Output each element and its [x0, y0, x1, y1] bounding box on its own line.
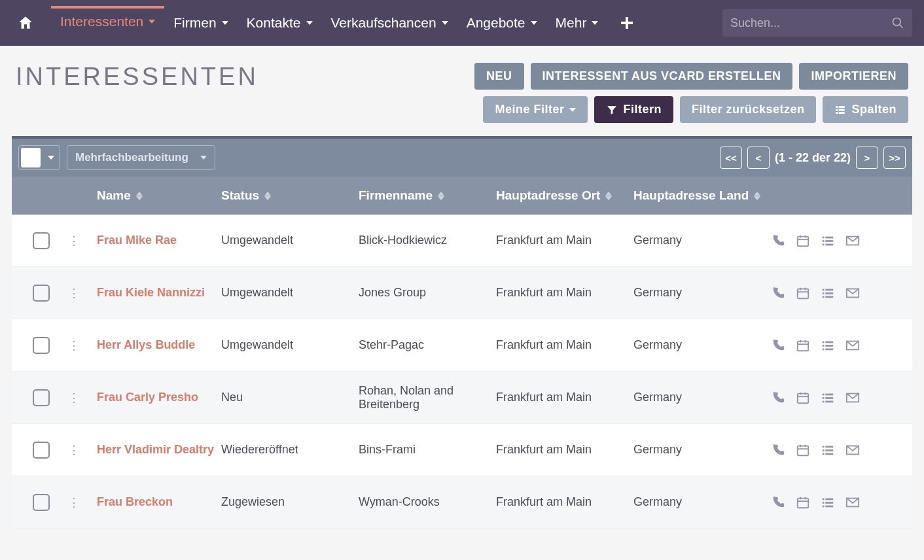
calendar-icon[interactable]	[796, 338, 810, 353]
row-checkbox[interactable]	[33, 494, 50, 511]
table-body: ⋮Frau Mike RaeUmgewandeltBlick-Hodkiewic…	[12, 215, 912, 529]
nav-item-firmen[interactable]: Firmen	[164, 9, 237, 37]
reset-filter-button[interactable]: Filter zurücksetzen	[680, 96, 817, 123]
row-firm: Jones Group	[359, 286, 426, 299]
row-status: Umgewandelt	[221, 338, 293, 351]
row-name-link[interactable]: Herr Vladimir Dealtry	[97, 443, 214, 456]
vcard-button[interactable]: INTERESSENT AUS VCARD ERSTELLEN	[531, 63, 793, 90]
row-menu-icon[interactable]: ⋮	[68, 495, 80, 510]
row-name-link[interactable]: Herr Allys Buddle	[97, 338, 195, 351]
row-status: Umgewandelt	[221, 286, 293, 299]
row-checkbox[interactable]	[33, 389, 50, 406]
nav-item-kontakte[interactable]: Kontakte	[238, 9, 322, 37]
calendar-icon[interactable]	[796, 443, 810, 457]
phone-icon[interactable]	[771, 286, 785, 300]
table-row: ⋮Frau Kiele NannizziUmgewandeltJones Gro…	[12, 267, 912, 319]
list-icon[interactable]	[821, 443, 835, 457]
label: INTERESSENT AUS VCARD ERSTELLEN	[542, 69, 781, 83]
row-menu-icon[interactable]: ⋮	[68, 234, 80, 248]
column-header-city[interactable]: Hauptadresse Ort	[496, 188, 633, 203]
row-checkbox[interactable]	[33, 442, 50, 459]
calendar-icon[interactable]	[796, 495, 810, 510]
calendar-icon[interactable]	[796, 286, 810, 300]
list-icon[interactable]	[821, 495, 835, 510]
home-icon[interactable]	[12, 9, 39, 37]
row-menu-icon[interactable]: ⋮	[68, 338, 80, 353]
row-city: Frankfurt am Main	[496, 286, 592, 299]
nav-item-angebote[interactable]: Angebote	[457, 9, 546, 37]
svg-rect-7	[839, 109, 845, 111]
column-header-name[interactable]: Name	[84, 188, 221, 203]
row-status: Zugewiesen	[221, 495, 285, 508]
select-all-split[interactable]	[18, 145, 60, 170]
new-button[interactable]: NEU	[474, 63, 524, 90]
table-toolbar: Mehrfachbearbeitung << < (1 - 22 der 22)…	[12, 139, 912, 177]
column-header-country[interactable]: Hauptadresse Land	[633, 188, 771, 203]
list-icon[interactable]	[821, 391, 835, 405]
my-filters-button[interactable]: Meine Filter	[483, 96, 588, 123]
sort-icon	[136, 192, 143, 200]
row-status: Wiedereröffnet	[221, 443, 298, 456]
phone-icon[interactable]	[771, 443, 785, 457]
chevron-down-icon	[569, 108, 576, 112]
select-all-dropdown[interactable]	[43, 146, 60, 169]
row-menu-icon[interactable]: ⋮	[68, 391, 80, 405]
mail-icon[interactable]	[845, 234, 860, 248]
table-row: ⋮Herr Allys BuddleUmgewandeltStehr-Pagac…	[12, 319, 912, 372]
phone-icon[interactable]	[771, 495, 785, 510]
label: IMPORTIEREN	[811, 69, 897, 83]
row-menu-icon[interactable]: ⋮	[68, 443, 80, 457]
mail-icon[interactable]	[845, 443, 860, 457]
search-box[interactable]	[722, 9, 912, 37]
nav-label: Verkaufschancen	[331, 15, 436, 31]
calendar-icon[interactable]	[796, 391, 810, 405]
row-name-link[interactable]: Frau Carly Presho	[97, 391, 198, 404]
row-status: Neu	[221, 391, 243, 404]
row-city: Frankfurt am Main	[496, 391, 592, 404]
row-name-link[interactable]: Frau Kiele Nannizzi	[97, 286, 205, 299]
row-firm: Bins-Frami	[359, 443, 416, 456]
table-row: ⋮Frau Mike RaeUmgewandeltBlick-Hodkiewic…	[12, 215, 912, 267]
mail-icon[interactable]	[845, 338, 860, 353]
mail-icon[interactable]	[845, 286, 860, 300]
row-name-link[interactable]: Frau Breckon	[97, 495, 173, 508]
nav-item-mehr[interactable]: Mehr	[546, 9, 608, 37]
columns-button[interactable]: Spalten	[823, 96, 908, 123]
pager-prev[interactable]: <	[747, 147, 770, 169]
mail-icon[interactable]	[845, 391, 860, 405]
table-container: Mehrfachbearbeitung << < (1 - 22 der 22)…	[12, 136, 912, 529]
select-all-checkbox[interactable]	[21, 148, 41, 167]
column-header-status[interactable]: Status	[221, 188, 359, 203]
row-checkbox[interactable]	[33, 337, 50, 354]
search-input[interactable]	[730, 16, 891, 30]
nav-item-interessenten[interactable]: Interessenten	[51, 6, 164, 37]
mail-icon[interactable]	[845, 495, 860, 510]
phone-icon[interactable]	[771, 234, 785, 248]
pager-next[interactable]: >	[856, 147, 878, 169]
phone-icon[interactable]	[771, 391, 785, 405]
row-name-link[interactable]: Frau Mike Rae	[97, 234, 177, 247]
list-icon[interactable]	[821, 286, 835, 300]
list-icon[interactable]	[821, 338, 835, 353]
import-button[interactable]: IMPORTIEREN	[799, 63, 908, 90]
column-header-firm[interactable]: Firmenname	[359, 188, 496, 203]
row-country: Germany	[633, 338, 682, 351]
pager-last[interactable]: >>	[883, 147, 906, 169]
chevron-down-icon	[48, 156, 54, 160]
row-checkbox[interactable]	[33, 232, 50, 249]
row-checkbox[interactable]	[33, 285, 50, 302]
calendar-icon[interactable]	[796, 234, 810, 248]
sort-icon	[264, 192, 271, 200]
row-firm: Stehr-Pagac	[359, 338, 424, 351]
table-header: Name Status Firmenname Hauptadresse Ort …	[12, 177, 912, 215]
add-icon[interactable]	[613, 11, 641, 35]
row-country: Germany	[633, 495, 682, 508]
pager-first[interactable]: <<	[720, 147, 742, 169]
multi-edit-dropdown[interactable]: Mehrfachbearbeitung	[67, 145, 215, 170]
row-menu-icon[interactable]: ⋮	[68, 286, 80, 300]
nav-item-verkaufschancen[interactable]: Verkaufschancen	[322, 9, 457, 37]
list-icon[interactable]	[821, 234, 835, 248]
nav-label: Angebote	[467, 15, 525, 31]
filter-button[interactable]: Filtern	[594, 96, 673, 123]
phone-icon[interactable]	[771, 338, 785, 353]
